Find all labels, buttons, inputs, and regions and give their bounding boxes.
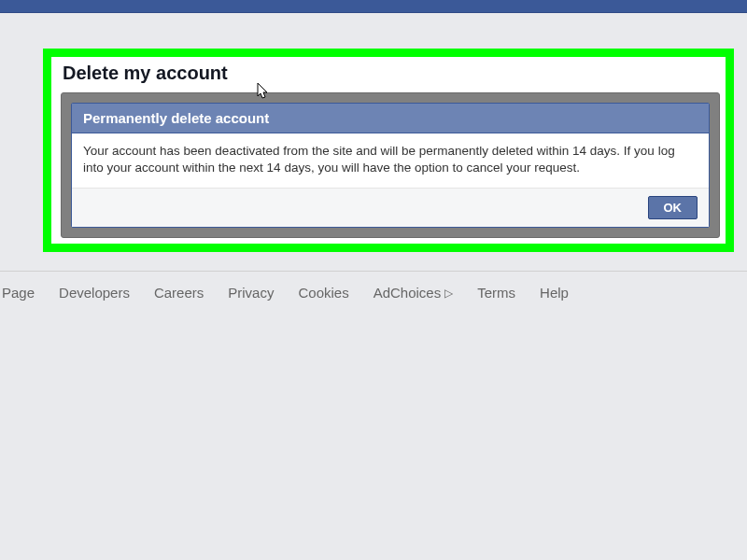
dialog-body: Your account has been deactivated from t… <box>72 133 709 189</box>
footer-link-privacy[interactable]: Privacy <box>228 285 274 301</box>
footer-link-cookies[interactable]: Cookies <box>298 285 348 301</box>
dialog-header: Permanently delete account <box>72 104 709 133</box>
confirm-dialog: Permanently delete account Your account … <box>71 103 710 228</box>
footer-link-help[interactable]: Help <box>540 285 569 301</box>
top-nav-bar <box>0 0 747 13</box>
page-title: Delete my account <box>51 57 726 88</box>
footer-links: Page Developers Careers Privacy Cookies … <box>2 285 747 301</box>
footer-link-page[interactable]: Page <box>2 285 35 301</box>
highlight-frame: Delete my account Permanently delete acc… <box>43 49 734 252</box>
modal-backdrop: Permanently delete account Your account … <box>61 92 720 238</box>
adchoices-label: AdChoices <box>374 285 442 301</box>
footer-link-developers[interactable]: Developers <box>59 285 130 301</box>
footer-link-careers[interactable]: Careers <box>154 285 204 301</box>
footer-link-adchoices[interactable]: AdChoices ▷ <box>374 285 454 301</box>
footer: Page Developers Careers Privacy Cookies … <box>0 271 747 301</box>
footer-link-terms[interactable]: Terms <box>477 285 515 301</box>
dialog-footer: OK <box>72 189 709 227</box>
adchoices-icon: ▷ <box>444 287 453 300</box>
ok-button[interactable]: OK <box>648 196 698 219</box>
